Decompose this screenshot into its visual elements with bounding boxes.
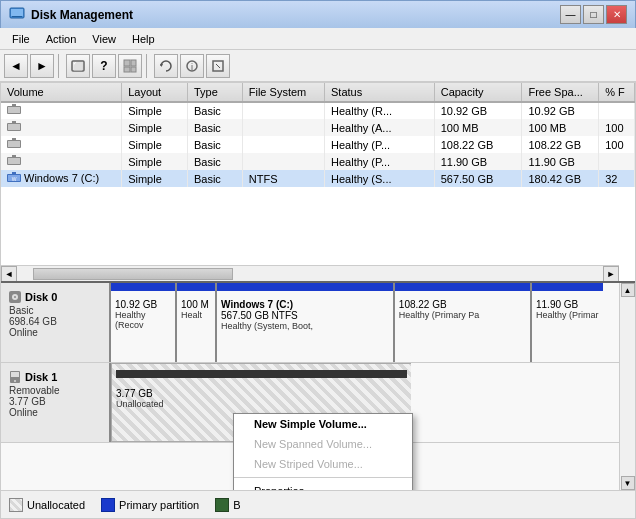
cell-volume <box>1 153 122 170</box>
cell-status: Healthy (S... <box>325 170 435 187</box>
disk-vscrollbar[interactable]: ▲ ▼ <box>619 283 635 490</box>
partition-content: 11.90 GB Healthy (Primar <box>536 299 599 320</box>
help-button[interactable]: ? <box>92 54 116 78</box>
view-button[interactable] <box>118 54 142 78</box>
legend-box-primary <box>101 498 115 512</box>
partition-bar <box>177 283 215 291</box>
col-volume[interactable]: Volume <box>1 83 122 102</box>
partition-0-0[interactable]: 10.92 GB Healthy (Recov <box>111 283 177 362</box>
cell-fs <box>242 136 324 153</box>
partition-0-2[interactable]: Windows 7 (C:) 567.50 GB NTFS Healthy (S… <box>217 283 395 362</box>
svg-text:i: i <box>191 62 193 72</box>
legend-bar: Unallocated Primary partition B <box>1 490 635 518</box>
cell-fs: NTFS <box>242 170 324 187</box>
cell-status: Healthy (P... <box>325 153 435 170</box>
scrollbar-thumb[interactable] <box>33 268 233 280</box>
menu-help[interactable]: Help <box>124 31 163 47</box>
forward-button[interactable]: ► <box>30 54 54 78</box>
partition-0-3[interactable]: 108.22 GB Healthy (Primary Pa <box>395 283 532 362</box>
table-row[interactable]: W Windows 7 (C:) Simple Basic NTFS Healt… <box>1 170 635 187</box>
vscroll-down-arrow[interactable]: ▼ <box>621 476 635 490</box>
cell-pct: 100 <box>599 119 635 136</box>
toolbar: ◄ ► ⬜ ? i <box>0 50 636 82</box>
legend-box-unallocated <box>9 498 23 512</box>
main-content: Volume Layout Type File System Status Ca… <box>0 82 636 519</box>
minimize-button[interactable]: — <box>560 5 581 24</box>
cell-capacity: 108.22 GB <box>434 136 522 153</box>
svg-rect-8 <box>131 67 136 72</box>
back-button[interactable]: ◄ <box>4 54 28 78</box>
svg-rect-21 <box>8 141 20 147</box>
cell-free: 180.42 GB <box>522 170 599 187</box>
table-row[interactable]: Simple Basic Healthy (P... 11.90 GB 11.9… <box>1 153 635 170</box>
cell-status: Healthy (P... <box>325 136 435 153</box>
svg-rect-19 <box>12 121 16 123</box>
partition-bar <box>111 283 175 291</box>
menu-file[interactable]: File <box>4 31 38 47</box>
svg-rect-22 <box>12 138 16 140</box>
context-menu-item-new-spanned: New Spanned Volume... <box>234 434 412 454</box>
table-scrollbar[interactable]: ◄ ► <box>1 265 619 281</box>
context-menu-separator <box>234 477 412 478</box>
toolbar-sep-1 <box>58 54 62 78</box>
col-type[interactable]: Type <box>187 83 242 102</box>
svg-rect-1 <box>11 9 23 16</box>
maximize-button[interactable]: □ <box>583 5 604 24</box>
svg-text:⬜: ⬜ <box>73 61 83 71</box>
legend-unallocated: Unallocated <box>9 498 85 512</box>
svg-point-35 <box>14 380 16 382</box>
legend-box-extra <box>215 498 229 512</box>
cell-capacity: 11.90 GB <box>434 153 522 170</box>
disk-panels: Disk 0 Basic 698.64 GB Online 10.92 GB H… <box>1 283 619 490</box>
properties-button[interactable]: i <box>180 54 204 78</box>
partition-content: 108.22 GB Healthy (Primary Pa <box>399 299 526 320</box>
scrollbar-track[interactable] <box>33 267 587 281</box>
cell-pct <box>599 102 635 119</box>
disk-0-row: Disk 0 Basic 698.64 GB Online 10.92 GB H… <box>1 283 619 363</box>
col-layout[interactable]: Layout <box>122 83 188 102</box>
partition-content: 100 M Healt <box>181 299 211 320</box>
vscroll-up-arrow[interactable]: ▲ <box>621 283 635 297</box>
cell-free: 108.22 GB <box>522 136 599 153</box>
disk-1-size: 3.77 GB <box>9 396 101 407</box>
col-freespace[interactable]: Free Spa... <box>522 83 599 102</box>
close-button[interactable]: ✕ <box>606 5 627 24</box>
col-filesystem[interactable]: File System <box>242 83 324 102</box>
table-row[interactable]: Simple Basic Healthy (R... 10.92 GB 10.9… <box>1 102 635 119</box>
table-row[interactable]: Simple Basic Healthy (A... 100 MB 100 MB… <box>1 119 635 136</box>
cell-free: 100 MB <box>522 119 599 136</box>
refresh-button[interactable] <box>154 54 178 78</box>
disk-1-status: Online <box>9 407 101 418</box>
cell-layout: Simple <box>122 102 188 119</box>
svg-rect-2 <box>12 16 22 17</box>
col-capacity[interactable]: Capacity <box>434 83 522 102</box>
col-status[interactable]: Status <box>325 83 435 102</box>
scroll-left-arrow[interactable]: ◄ <box>1 266 17 282</box>
cell-status: Healthy (R... <box>325 102 435 119</box>
cell-volume: W Windows 7 (C:) <box>1 170 122 187</box>
menu-view[interactable]: View <box>84 31 124 47</box>
menu-action[interactable]: Action <box>38 31 85 47</box>
svg-rect-25 <box>12 155 16 157</box>
window-icon <box>9 5 25 24</box>
partition-0-1[interactable]: 100 M Healt <box>177 283 217 362</box>
cell-type: Basic <box>187 119 242 136</box>
svg-rect-28 <box>12 172 16 174</box>
svg-rect-34 <box>11 372 19 377</box>
legend-primary: Primary partition <box>101 498 199 512</box>
partition-0-4[interactable]: 11.90 GB Healthy (Primar <box>532 283 603 362</box>
cell-free: 11.90 GB <box>522 153 599 170</box>
partition-content: 3.77 GB Unallocated <box>116 388 407 409</box>
disk-1-label: Disk 1 Removable 3.77 GB Online <box>1 363 111 442</box>
extra-button[interactable] <box>206 54 230 78</box>
col-pct[interactable]: % F <box>599 83 635 102</box>
svg-rect-24 <box>8 158 20 164</box>
context-menu-item-new-simple[interactable]: New Simple Volume... <box>234 414 412 434</box>
cell-layout: Simple <box>122 153 188 170</box>
table-row[interactable]: Simple Basic Healthy (P... 108.22 GB 108… <box>1 136 635 153</box>
svg-rect-5 <box>124 60 130 66</box>
context-menu-item-properties[interactable]: Properties <box>234 481 412 490</box>
partition-bar <box>217 283 393 291</box>
scroll-right-arrow[interactable]: ► <box>603 266 619 282</box>
up-button[interactable]: ⬜ <box>66 54 90 78</box>
